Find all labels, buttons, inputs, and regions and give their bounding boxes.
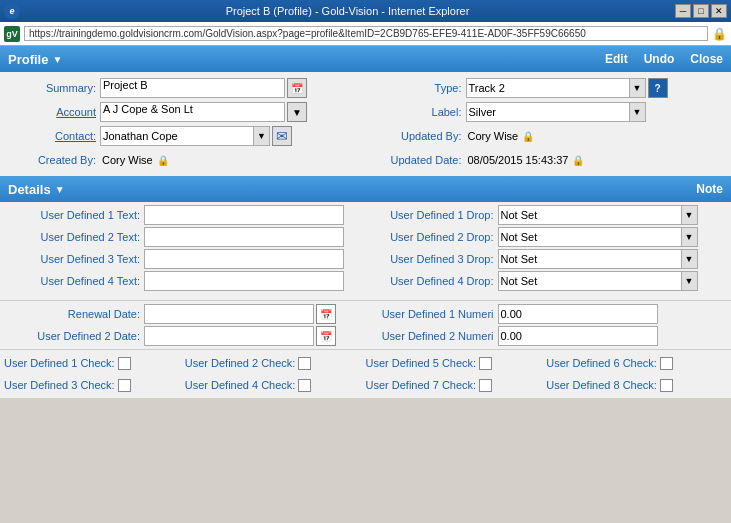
type-right: Type: Track 2 ▼ ? [366, 78, 732, 98]
details-section-header: Details ▼ Note [0, 176, 731, 202]
details-dropdown-icon[interactable]: ▼ [55, 184, 65, 195]
date-label-2: User Defined 2 Date: [4, 330, 144, 342]
numeric-input-2[interactable] [498, 326, 658, 346]
drop-combo-arrow-3[interactable]: ▼ [681, 250, 697, 268]
maximize-button[interactable]: □ [693, 4, 709, 18]
account-row: Account A J Cope & Son Lt ▼ Label: Silve… [0, 100, 731, 124]
check-row-2: User Defined 3 Check: User Defined 4 Che… [0, 374, 731, 396]
account-left: Account A J Cope & Son Lt ▼ [0, 102, 366, 122]
account-label[interactable]: Account [0, 106, 100, 118]
text-input-2[interactable] [144, 227, 344, 247]
summary-row: Summary: Project B 📅 Type: Track 2 ▼ ? [0, 76, 731, 100]
check-box-1-2[interactable] [298, 357, 311, 370]
check-item-1-4: User Defined 6 Check: [546, 357, 727, 370]
check-box-2-3[interactable] [479, 379, 492, 392]
drop-field-right-1: User Defined 1 Drop: Not Set ▼ [368, 205, 732, 225]
drop-label-3: User Defined 3 Drop: [368, 253, 498, 265]
text-label-4: User Defined 4 Text: [4, 275, 144, 287]
summary-picker-button[interactable]: 📅 [287, 78, 307, 98]
updated-date-label: Updated Date: [366, 154, 466, 166]
drop-combo-1[interactable]: Not Set ▼ [498, 205, 698, 225]
date-input-2[interactable] [144, 326, 314, 346]
contact-combo[interactable]: Jonathan Cope ▼ [100, 126, 270, 146]
ie-icon: e [4, 3, 20, 19]
check-box-1-1[interactable] [118, 357, 131, 370]
type-label: Type: [366, 82, 466, 94]
note-button[interactable]: Note [696, 182, 723, 196]
undo-button[interactable]: Undo [644, 52, 675, 66]
type-combo[interactable]: Track 2 ▼ [466, 78, 646, 98]
check-label-1-1: User Defined 1 Check: [4, 357, 115, 369]
summary-label: Summary: [0, 82, 100, 94]
updated-by-lock-icon: 🔒 [522, 131, 534, 142]
updated-date-right: Updated Date: 08/05/2015 15:43:37 🔒 [366, 154, 732, 166]
date-input-1[interactable] [144, 304, 314, 324]
text-field-left-4: User Defined 4 Text: [0, 271, 368, 291]
created-by-left: Created By: Cory Wise 🔒 [0, 154, 366, 166]
drop-field-right-2: User Defined 2 Drop: Not Set ▼ [368, 227, 732, 247]
check-box-2-2[interactable] [298, 379, 311, 392]
date-numeric-rows: Renewal Date: 📅 User Defined 1 Numeri Us… [0, 303, 731, 347]
date-left-2: User Defined 2 Date: 📅 [0, 326, 368, 346]
contact-label[interactable]: Contact: [0, 130, 100, 142]
profile-title: Profile ▼ [8, 52, 62, 67]
drop-combo-2[interactable]: Not Set ▼ [498, 227, 698, 247]
close-button[interactable]: Close [690, 52, 723, 66]
url-bar[interactable]: https://trainingdemo.goldvisioncrm.com/G… [24, 26, 708, 41]
drop-combo-4[interactable]: Not Set ▼ [498, 271, 698, 291]
text-input-4[interactable] [144, 271, 344, 291]
text-input-1[interactable] [144, 205, 344, 225]
text-field-left-3: User Defined 3 Text: [0, 249, 368, 269]
drop-combo-arrow-1[interactable]: ▼ [681, 206, 697, 224]
date-numeric-row-2: User Defined 2 Date: 📅 User Defined 2 Nu… [0, 325, 731, 347]
updated-date-lock-icon: 🔒 [572, 155, 584, 166]
check-label-1-2: User Defined 2 Check: [185, 357, 296, 369]
text-label-3: User Defined 3 Text: [4, 253, 144, 265]
check-box-2-4[interactable] [660, 379, 673, 392]
check-box-1-3[interactable] [479, 357, 492, 370]
window-controls: ─ □ ✕ [675, 4, 727, 18]
profile-dropdown-icon[interactable]: ▼ [52, 54, 62, 65]
minimize-button[interactable]: ─ [675, 4, 691, 18]
drop-label-2: User Defined 2 Drop: [368, 231, 498, 243]
drop-combo-arrow-4[interactable]: ▼ [681, 272, 697, 290]
summary-input[interactable]: Project B [100, 78, 285, 98]
type-combo-arrow[interactable]: ▼ [629, 79, 645, 97]
details-title: Details ▼ [8, 182, 65, 197]
created-by-row: Created By: Cory Wise 🔒 Updated Date: 08… [0, 148, 731, 172]
check-item-1-3: User Defined 5 Check: [366, 357, 547, 370]
details-row-4: User Defined 4 Text: User Defined 4 Drop… [0, 270, 731, 292]
check-box-2-1[interactable] [118, 379, 131, 392]
ssl-lock-icon: 🔒 [712, 27, 727, 41]
check-box-1-4[interactable] [660, 357, 673, 370]
text-input-3[interactable] [144, 249, 344, 269]
date-label-1: Renewal Date: [4, 308, 144, 320]
close-window-button[interactable]: ✕ [711, 4, 727, 18]
numeric-label-2: User Defined 2 Numeri [368, 330, 498, 342]
text-field-left-2: User Defined 2 Text: [0, 227, 368, 247]
type-help-button[interactable]: ? [648, 78, 668, 98]
date-numeric-row-1: Renewal Date: 📅 User Defined 1 Numeri [0, 303, 731, 325]
check-item-1-1: User Defined 1 Check: [4, 357, 185, 370]
label-combo[interactable]: Silver ▼ [466, 102, 646, 122]
created-by-value: Cory Wise [100, 154, 155, 166]
drop-combo-arrow-2[interactable]: ▼ [681, 228, 697, 246]
text-label-2: User Defined 2 Text: [4, 231, 144, 243]
account-picker-button[interactable]: ▼ [287, 102, 307, 122]
edit-button[interactable]: Edit [605, 52, 628, 66]
check-label-1-3: User Defined 5 Check: [366, 357, 477, 369]
text-label-1: User Defined 1 Text: [4, 209, 144, 221]
drop-combo-3[interactable]: Not Set ▼ [498, 249, 698, 269]
date-picker-btn-2[interactable]: 📅 [316, 326, 336, 346]
contact-email-button[interactable]: ✉ [272, 126, 292, 146]
contact-combo-arrow[interactable]: ▼ [253, 127, 269, 145]
date-picker-btn-1[interactable]: 📅 [316, 304, 336, 324]
text-field-left-1: User Defined 1 Text: [0, 205, 368, 225]
account-input[interactable]: A J Cope & Son Lt [100, 102, 285, 122]
check-item-2-1: User Defined 3 Check: [4, 379, 185, 392]
check-item-1-2: User Defined 2 Check: [185, 357, 366, 370]
label-combo-arrow[interactable]: ▼ [629, 103, 645, 121]
label-right: Label: Silver ▼ [366, 102, 732, 122]
window-title: Project B (Profile) - Gold-Vision - Inte… [20, 5, 675, 17]
numeric-input-1[interactable] [498, 304, 658, 324]
